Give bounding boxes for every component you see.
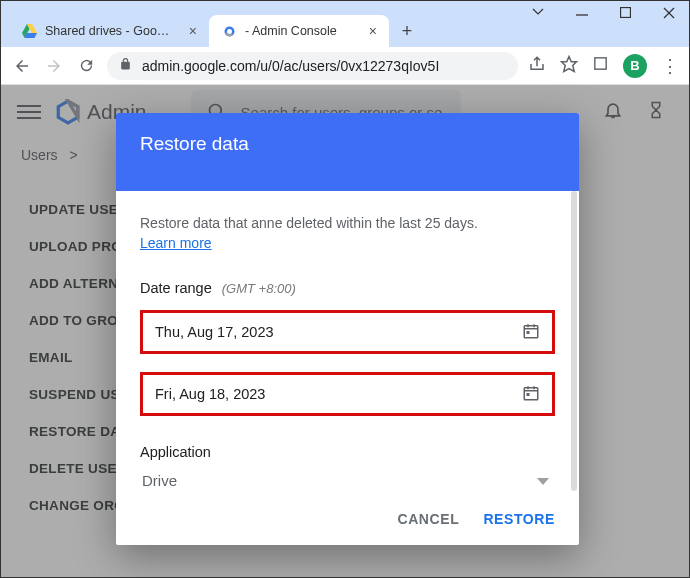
application-value: Drive [142, 472, 177, 489]
reload-button[interactable] [75, 55, 97, 77]
svg-marker-9 [562, 56, 577, 71]
chevron-down-icon [537, 472, 549, 489]
back-button[interactable] [11, 55, 33, 77]
svg-rect-1 [621, 8, 631, 18]
calendar-icon[interactable] [522, 384, 540, 405]
cancel-button[interactable]: CANCEL [397, 511, 459, 527]
window-dropdown-icon[interactable] [532, 7, 544, 17]
date-end-value: Fri, Aug 18, 2023 [155, 386, 265, 402]
svg-marker-25 [537, 478, 549, 485]
browser-tab-admin[interactable]: - Admin Console × [209, 15, 389, 47]
bookmark-star-icon[interactable] [560, 55, 578, 77]
new-tab-button[interactable]: + [393, 17, 421, 45]
close-window-icon[interactable] [663, 7, 675, 19]
address-bar[interactable]: admin.google.com/u/0/ac/users/0vx12273qI… [107, 52, 518, 80]
tab-close-icon[interactable]: × [189, 23, 197, 39]
svg-rect-19 [527, 331, 530, 334]
extensions-icon[interactable] [592, 55, 609, 76]
profile-avatar[interactable]: B [623, 54, 647, 78]
admin-favicon-icon [221, 23, 237, 39]
tab-title: Shared drives - Google Drive [45, 24, 175, 38]
lock-icon [119, 57, 132, 75]
restore-button[interactable]: RESTORE [483, 511, 555, 527]
application-select[interactable]: Drive [140, 472, 555, 495]
tab-close-icon[interactable]: × [369, 23, 377, 39]
dialog-footer: CANCEL RESTORE [116, 495, 579, 545]
modal-scrollbar[interactable] [571, 191, 577, 491]
svg-rect-10 [595, 58, 606, 69]
forward-button[interactable] [43, 55, 65, 77]
maximize-icon[interactable] [620, 7, 631, 18]
url-text: admin.google.com/u/0/ac/users/0vx12273qI… [142, 58, 506, 74]
svg-rect-20 [524, 387, 538, 399]
date-start-input[interactable]: Thu, Aug 17, 2023 [140, 310, 555, 354]
browser-menu-icon[interactable]: ⋮ [661, 55, 679, 77]
restore-data-dialog: Restore data Restore data that anne dele… [116, 113, 579, 545]
learn-more-link[interactable]: Learn more [140, 235, 212, 251]
calendar-icon[interactable] [522, 322, 540, 343]
minimize-icon[interactable] [576, 7, 588, 19]
share-icon[interactable] [528, 55, 546, 77]
browser-tab-drive[interactable]: Shared drives - Google Drive × [9, 15, 209, 47]
svg-rect-24 [527, 393, 530, 396]
date-range-label: Date range [140, 280, 212, 296]
gmt-label: (GMT +8:00) [222, 281, 296, 296]
svg-rect-15 [524, 325, 538, 337]
dialog-title: Restore data [116, 113, 579, 191]
tab-title: - Admin Console [245, 24, 355, 38]
drive-favicon-icon [21, 23, 37, 39]
browser-toolbar: admin.google.com/u/0/ac/users/0vx12273qI… [1, 47, 689, 85]
window-controls [1, 1, 689, 11]
date-start-value: Thu, Aug 17, 2023 [155, 324, 274, 340]
dialog-description: Restore data that anne deleted within th… [140, 213, 555, 234]
date-end-input[interactable]: Fri, Aug 18, 2023 [140, 372, 555, 416]
application-label: Application [140, 444, 555, 460]
